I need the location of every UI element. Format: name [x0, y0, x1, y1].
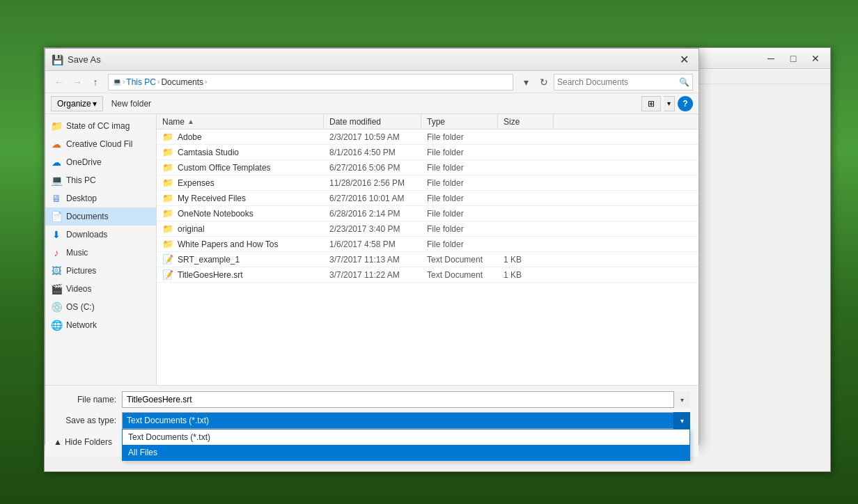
sidebar-label-pictures: Pictures [66, 266, 96, 276]
sidebar: 📁 State of CC imag ☁ Creative Cloud Fil … [45, 114, 157, 385]
table-row[interactable]: 📁 Adobe 2/3/2017 10:59 AM File folder [157, 129, 699, 145]
back-button[interactable]: ← [51, 74, 68, 90]
file-type-cell: File folder [421, 237, 498, 251]
sidebar-item-network[interactable]: 🌐 Network [45, 316, 156, 334]
videos-icon: 🎬 [51, 283, 62, 294]
dialog-title: Save As [68, 54, 675, 65]
col-header-type[interactable]: Type [421, 114, 498, 129]
file-name-cell: 📁 Camtasia Studio [157, 145, 324, 159]
col-header-date[interactable]: Date modified [324, 114, 421, 129]
breadcrumb-documents[interactable]: Documents [161, 77, 203, 87]
savetype-option-all[interactable]: All Files [123, 445, 689, 460]
sidebar-item-creative-cloud[interactable]: ☁ Creative Cloud Fil [45, 135, 156, 153]
dialog-close-button[interactable]: ✕ [675, 52, 693, 68]
savetype-option-txt[interactable]: Text Documents (*.txt) [123, 430, 689, 445]
notepad-window: N TitleGoesHere.srt - Notepad ─ □ ✕ File… [44, 47, 831, 472]
sidebar-item-videos[interactable]: 🎬 Videos [45, 280, 156, 298]
file-date-cell: 1/6/2017 4:58 PM [324, 237, 421, 251]
network-icon: 🌐 [51, 320, 62, 331]
organize-chevron: ▾ [93, 99, 97, 109]
file-list: Name ▲ Date modified Type Size [157, 114, 699, 385]
table-row[interactable]: 📁 OneNote Notebooks 6/28/2016 2:14 PM Fi… [157, 206, 699, 221]
table-row[interactable]: 📝 TitleGoesHere.srt 3/7/2017 11:22 AM Te… [157, 267, 699, 283]
sort-arrow-up: ▲ [187, 118, 194, 125]
breadcrumb-arrow1: › [123, 78, 125, 86]
new-folder-button[interactable]: New folder [106, 96, 157, 111]
savetype-dropdown-popup: Text Documents (*.txt) All Files [122, 429, 690, 461]
hide-folders-button[interactable]: ▲ Hide Folders [54, 437, 112, 447]
table-row[interactable]: 📁 original 2/23/2017 3:40 PM File folder [157, 221, 699, 237]
filename-input[interactable] [122, 391, 690, 408]
sidebar-label-creative-cloud: Creative Cloud Fil [66, 139, 132, 149]
help-button[interactable]: ? [678, 96, 693, 111]
file-date-cell: 6/27/2016 5:06 PM [324, 160, 421, 175]
table-row[interactable]: 📁 Camtasia Studio 8/1/2016 4:50 PM File … [157, 145, 699, 160]
table-row[interactable]: 📁 Custom Office Templates 6/27/2016 5:06… [157, 160, 699, 175]
sidebar-item-music[interactable]: ♪ Music [45, 244, 156, 262]
savetype-label: Save as type: [54, 416, 116, 425]
file-size-cell [498, 191, 554, 205]
hide-folders-label: Hide Folders [65, 437, 112, 447]
breadcrumb-arrow3: › [205, 78, 207, 86]
sidebar-label-osc: OS (C:) [66, 302, 95, 312]
file-rows-container: 📁 Adobe 2/3/2017 10:59 AM File folder 📁 … [157, 129, 699, 283]
dialog-titlebar: 💾 Save As ✕ [45, 49, 699, 71]
file-icon: 📝 [162, 270, 173, 280]
sidebar-item-osc[interactable]: 💿 OS (C:) [45, 298, 156, 316]
view-button[interactable]: ⊞ [641, 96, 661, 111]
table-row[interactable]: 📁 Expenses 11/28/2016 2:56 PM File folde… [157, 175, 699, 191]
sidebar-item-thispc[interactable]: 💻 This PC [45, 171, 156, 189]
file-icon: 📁 [162, 148, 173, 157]
breadcrumb-arrow2: › [157, 78, 159, 86]
organize-button[interactable]: Organize ▾ [51, 96, 103, 111]
breadcrumb-dropdown-button[interactable]: ▾ [517, 74, 534, 90]
file-date-cell: 2/23/2017 3:40 PM [324, 221, 421, 236]
file-size-cell [498, 221, 554, 236]
file-name-cell: 📁 White Papers and How Tos [157, 237, 324, 251]
sidebar-item-onedrive[interactable]: ☁ OneDrive [45, 153, 156, 171]
sidebar-item-documents[interactable]: 📄 Documents [45, 207, 156, 226]
file-name-cell: 📝 SRT_example_1 [157, 252, 324, 267]
table-row[interactable]: 📝 SRT_example_1 3/7/2017 11:13 AM Text D… [157, 252, 699, 267]
file-name-cell: 📁 Expenses [157, 175, 324, 190]
file-name: My Received Files [178, 194, 246, 203]
file-type-cell: File folder [421, 160, 498, 175]
file-name-cell: 📁 original [157, 221, 324, 236]
sidebar-label-onedrive: OneDrive [66, 157, 102, 167]
file-name: White Papers and How Tos [178, 239, 279, 249]
sidebar-item-pictures[interactable]: 🖼 Pictures [45, 262, 156, 280]
desktop-icon: 🖥 [51, 193, 62, 204]
sidebar-item-state-of-cc[interactable]: 📁 State of CC imag [45, 117, 156, 135]
table-row[interactable]: 📁 My Received Files 6/27/2016 10:01 AM F… [157, 191, 699, 206]
refresh-button[interactable]: ↻ [536, 74, 552, 90]
breadcrumb-thispc[interactable]: This PC [126, 77, 156, 87]
file-size-cell: 1 KB [498, 252, 554, 267]
up-button[interactable]: ↑ [87, 74, 104, 90]
savetype-input[interactable] [122, 412, 690, 429]
file-name: TitleGoesHere.srt [178, 270, 243, 280]
sidebar-label-state-of-cc: State of CC imag [66, 121, 130, 131]
sidebar-item-downloads[interactable]: ⬇ Downloads [45, 226, 156, 244]
col-header-size[interactable]: Size [498, 114, 554, 129]
file-name: original [178, 224, 205, 234]
music-icon: ♪ [51, 247, 62, 258]
file-type-cell: File folder [421, 191, 498, 205]
file-type-cell: File folder [421, 145, 498, 159]
sidebar-item-desktop[interactable]: 🖥 Desktop [45, 189, 156, 207]
action-toolbar: Organize ▾ New folder ⊞ ▾ ? [45, 93, 699, 114]
file-size-cell [498, 175, 554, 190]
file-icon: 📁 [162, 194, 173, 203]
search-input[interactable] [557, 77, 679, 87]
save-as-dialog: 💾 Save As ✕ ← → ↑ 💻 › This PC › Document… [45, 48, 699, 445]
file-size-cell [498, 206, 554, 221]
file-type-cell: File folder [421, 175, 498, 190]
forward-button[interactable]: → [69, 74, 86, 90]
downloads-icon: ⬇ [51, 229, 62, 240]
pictures-icon: 🖼 [51, 265, 62, 276]
col-header-name[interactable]: Name ▲ [157, 114, 324, 129]
file-name-cell: 📁 OneNote Notebooks [157, 206, 324, 221]
table-row[interactable]: 📁 White Papers and How Tos 1/6/2017 4:58… [157, 237, 699, 252]
filename-row: File name: ▾ [54, 391, 690, 408]
file-icon: 📁 [162, 224, 173, 234]
view-dropdown-button[interactable]: ▾ [664, 96, 675, 111]
